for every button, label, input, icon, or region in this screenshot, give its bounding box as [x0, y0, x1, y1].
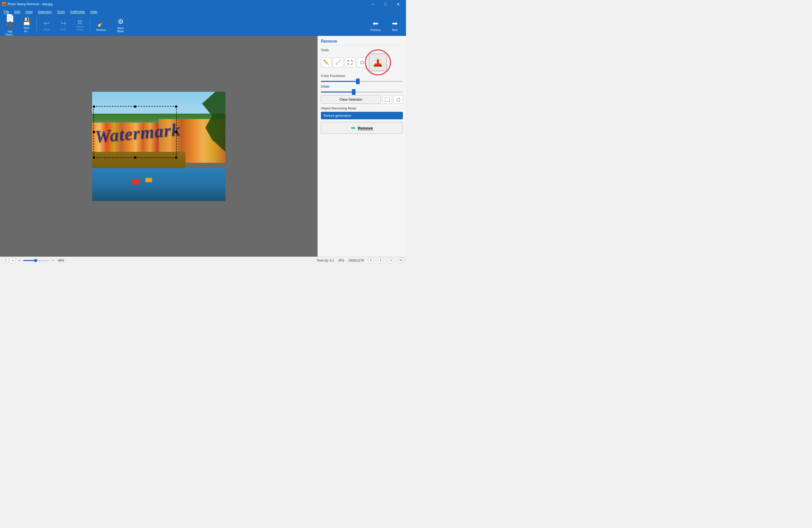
title-bar-left: 📷 Photo Stamp Remover - italy.jpg [2, 2, 53, 6]
status-bar-right: Time (s): 0.1 JPG 1920x1279 ℹ f 𝕏 ✉ [317, 258, 403, 263]
image-container: Watermark [0, 36, 318, 257]
app-icon: 📷 [2, 2, 6, 6]
zoom-minus-btn[interactable]: − [17, 258, 21, 263]
menu-edit[interactable]: Edit [12, 9, 23, 14]
close-button[interactable]: ✕ [392, 0, 404, 8]
status-rect-icon-btn[interactable]: ▭ [10, 258, 16, 263]
rect-select-icon [348, 60, 352, 64]
redo-icon: ↪ [60, 20, 67, 27]
original-button[interactable]: 🖼 OriginalImage [72, 16, 88, 35]
color-fuzziness-thumb[interactable] [356, 78, 360, 84]
previous-label: Previous [371, 29, 381, 31]
twitter-icon: 𝕏 [390, 259, 392, 262]
email-icon-button[interactable]: ✉ [398, 258, 403, 263]
color-fuzziness-track[interactable] [321, 81, 403, 82]
pencil-tool-button[interactable]: ✏️ [321, 58, 331, 67]
previous-button[interactable]: ⬅ Previous [366, 16, 385, 35]
maximize-button[interactable]: □ [379, 0, 391, 8]
toolbar-separator-1 [37, 18, 37, 33]
zoom-plus-btn[interactable]: − [51, 258, 55, 263]
tools-label: Tools [321, 48, 403, 52]
menu-view[interactable]: View [23, 9, 35, 14]
pencil-icon: ✏️ [323, 60, 329, 65]
stamp-tool-button[interactable] [369, 54, 387, 71]
dilate-fill [321, 91, 354, 93]
save-as-label: Saveas... [24, 27, 30, 33]
next-icon: ➡ [392, 19, 398, 28]
batch-mode-label: BatchMode [117, 27, 124, 33]
window-title: Photo Stamp Remover - italy.jpg [8, 2, 53, 6]
color-fuzziness-label: Color Fuzziness [321, 74, 403, 78]
zoom-fill [23, 260, 36, 261]
remove-arrow-icon: ➡ [351, 125, 355, 131]
stamp-svg-icon [372, 57, 383, 68]
color-fuzziness-section: Color Fuzziness [321, 74, 403, 82]
dilate-track[interactable] [321, 91, 403, 93]
menu-bar: File Edit View Selection Tools SoftOrbit… [0, 8, 406, 15]
original-label: OriginalImage [76, 26, 84, 31]
title-bar-controls[interactable]: ─ □ ✕ [367, 0, 404, 8]
undo-button[interactable]: ↩ Undo [39, 16, 54, 35]
zoom-slider[interactable] [23, 260, 49, 261]
next-button[interactable]: ➡ Next [386, 16, 404, 35]
menu-selection[interactable]: Selection [35, 9, 54, 14]
twitter-icon-button[interactable]: 𝕏 [388, 258, 393, 263]
svg-rect-1 [377, 59, 379, 63]
zoom-level: 48% [58, 259, 64, 262]
dropdown-row: Texture generation Inpaint Average [321, 112, 403, 119]
stamp-wrapper [369, 54, 387, 71]
object-removing-mode-section: Object Removing Mode Texture generation … [321, 106, 403, 119]
menu-tools[interactable]: Tools [54, 9, 68, 14]
texture-generation-dropdown[interactable]: Texture generation Inpaint Average [321, 112, 403, 119]
lasso-icon: ⬡ [360, 60, 364, 65]
save-selection-button[interactable]: 📋 [393, 95, 403, 104]
eraser-tool-button[interactable]: 🧹 [333, 58, 343, 67]
email-icon: ✉ [400, 259, 402, 262]
save-as-button[interactable]: 💾 Saveas... [19, 16, 34, 35]
facebook-icon-button[interactable]: f [378, 258, 383, 263]
photo-canvas[interactable]: Watermark [92, 92, 226, 201]
canvas-area[interactable]: Watermark [0, 36, 318, 257]
dilate-slider-container [321, 91, 403, 93]
info-icon-button[interactable]: ℹ [368, 258, 374, 263]
svg-rect-4 [375, 64, 380, 65]
undo-label: Undo [43, 28, 50, 31]
dilate-label: Dilate [321, 85, 403, 88]
remove-label: Remove [96, 29, 106, 31]
remove-button-toolbar[interactable]: 🧹 Remove [92, 16, 110, 35]
redo-label: Redo [60, 28, 67, 31]
zoom-thumb[interactable] [34, 259, 37, 262]
time-status: Time (s): 0.1 [317, 259, 334, 262]
color-fuzziness-fill [321, 81, 358, 82]
remove-button-label: Remove [358, 126, 373, 130]
previous-icon: ⬅ [373, 19, 378, 28]
clear-selection-button[interactable]: Clear Selection [321, 95, 381, 104]
menu-help[interactable]: Help [88, 9, 100, 14]
select-from-file-icon [385, 97, 390, 102]
menu-softorbits[interactable]: SoftOrbits [68, 9, 88, 14]
status-bar-left: ⬜ ▭ − − 48% [3, 258, 312, 263]
undo-icon: ↩ [44, 20, 50, 27]
eraser-icon: 🧹 [335, 60, 341, 65]
toolbar-separator-2 [90, 18, 90, 33]
remove-icon: 🧹 [97, 19, 105, 28]
object-removing-mode-label: Object Removing Mode [321, 106, 403, 110]
rect-select-tool-button[interactable] [345, 58, 355, 67]
dilate-thumb[interactable] [352, 89, 356, 95]
add-files-button[interactable]: 📄➕ AddFile(s)... [2, 16, 18, 35]
status-select-icon-btn[interactable]: ⬜ [3, 258, 8, 263]
water-bg [92, 168, 226, 201]
select-from-file-button[interactable] [382, 95, 392, 104]
format-status: JPG [338, 259, 344, 262]
menu-file[interactable]: File [1, 9, 12, 14]
remove-action-button[interactable]: ➡ Remove [321, 122, 403, 134]
batch-mode-button[interactable]: ⚙ BatchMode [111, 16, 130, 35]
lasso-tool-button[interactable]: ⬡ [357, 58, 367, 67]
save-as-icon: 💾 [22, 18, 31, 26]
facebook-icon: f [380, 259, 381, 262]
panel-title: Remove [321, 39, 403, 45]
redo-button[interactable]: ↪ Redo [55, 16, 71, 35]
minimize-button[interactable]: ─ [367, 0, 379, 8]
dimensions-status: 1920x1279 [348, 259, 364, 262]
status-bar: ⬜ ▭ − − 48% Time (s): 0.1 JPG 1920x1279 … [0, 257, 406, 264]
